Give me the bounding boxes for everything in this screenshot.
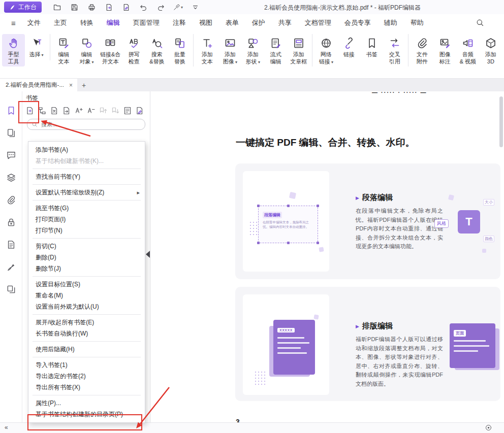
context-menu-item[interactable]: 打印节(N) [28, 225, 145, 236]
image-annotation-button[interactable]: 图像 标注 [433, 34, 456, 66]
hamburger-menu-icon[interactable]: ≡ [6, 19, 21, 27]
format-tool-icon[interactable] [173, 2, 183, 12]
edit-text-button[interactable]: 编辑 文本 [52, 34, 75, 66]
security-panel-button[interactable] [6, 217, 16, 227]
link-button[interactable]: 链接 [337, 34, 360, 60]
ribbon-button-label: 搜索 &替换 [149, 51, 164, 65]
attachments-panel-button[interactable] [6, 195, 16, 205]
menu-item[interactable]: 辅助 [377, 18, 404, 27]
collapse-bookmark-icon[interactable] [86, 106, 96, 115]
context-menu-item[interactable]: 基于结构创建新书签(K)... [28, 155, 145, 166]
panel-collapse-handle[interactable] [146, 251, 150, 258]
context-menu-item[interactable]: 导出所有书签(X) [28, 382, 145, 393]
bookmark-search-input[interactable] [40, 121, 141, 128]
snapshot-panel-button[interactable] [6, 284, 16, 294]
export-file-icon[interactable] [104, 2, 114, 12]
window-title: 2.福昕会员使用指南-演示文档.原始.pdf * - 福昕PDF编辑器 [264, 4, 421, 12]
set-destination-icon[interactable] [62, 106, 71, 115]
context-menu-item[interactable]: 跳至书签(G) [28, 203, 145, 214]
menu-item[interactable]: 编辑 [100, 18, 127, 27]
workspace-button-label: 工作台 [18, 3, 37, 12]
save-as-icon[interactable] [121, 2, 131, 12]
document-page: — ····· · ····· — 一键搞定 PDF 编辑、合并、转换、水印。 … [150, 91, 504, 423]
context-menu-item[interactable]: 使用后隐藏(H) [28, 344, 145, 355]
tab-close-icon[interactable]: × [69, 82, 73, 89]
menu-item[interactable]: 文档管理 [298, 18, 338, 27]
text-line-decoration [454, 340, 486, 342]
view-mode-icon[interactable] [485, 424, 493, 432]
search-icon[interactable] [476, 18, 485, 27]
menu-item[interactable]: 保护 [245, 18, 272, 27]
spell-check-button[interactable]: 拼写 检查 [122, 34, 145, 66]
audio-video-button[interactable]: 音频 & 视频 [456, 34, 479, 66]
context-menu-item[interactable]: 展开/收起所有书签(E) [28, 317, 145, 328]
context-menu-item[interactable]: 添加书签(A) [28, 144, 145, 155]
context-menu-item[interactable]: 设置目标位置(S) [28, 279, 145, 290]
bookmarks-panel-button[interactable] [6, 106, 16, 116]
search-replace-button[interactable]: 搜索 &替换 [145, 34, 168, 66]
vertical-scrollbar-thumb[interactable] [499, 96, 503, 147]
context-menu-item[interactable]: 打印页面(I) [28, 214, 145, 225]
new-tab-button[interactable]: + [77, 79, 90, 91]
menu-item[interactable]: 文件 [21, 18, 47, 27]
articles-panel-button[interactable] [6, 240, 16, 250]
tab-title: 2.福昕会员使用指南-... [6, 81, 64, 89]
undo-icon[interactable] [138, 2, 148, 12]
square-decoration [289, 192, 296, 199]
menu-item[interactable]: 帮助 [404, 18, 430, 27]
comments-panel-button[interactable] [6, 150, 16, 160]
context-menu-item[interactable]: 导入书签(1) [28, 359, 145, 371]
open-file-icon[interactable] [52, 2, 62, 12]
context-menu-item[interactable]: 删除(D) [28, 252, 145, 263]
print-icon[interactable] [86, 2, 97, 12]
expand-bookmark-icon[interactable] [74, 106, 83, 115]
file-attachment-button[interactable]: 文件 附件 [411, 34, 433, 66]
collapse-ribbon-icon[interactable] [190, 2, 200, 12]
add-text-button[interactable]: 添加 文本 [196, 34, 218, 66]
select-tool-button[interactable]: 选择 [25, 34, 50, 60]
context-menu-item[interactable]: 长书签自动换行(W) [28, 328, 145, 339]
bookmark-button[interactable]: 书签 [360, 34, 383, 60]
add-article-box-button[interactable]: 添加 文章框 [287, 34, 312, 66]
toc-page-icon[interactable] [123, 106, 132, 115]
edit-object-button[interactable]: 编辑 对象 [75, 34, 98, 67]
add-3d-button[interactable]: 添加 3D [479, 34, 502, 66]
menu-item[interactable]: 表单 [219, 18, 245, 27]
flow-edit-button[interactable]: 流式 编辑 [264, 34, 287, 66]
menu-item[interactable]: 转换 [74, 18, 100, 27]
pages-panel-button[interactable] [6, 128, 16, 138]
cross-reference-button[interactable]: 交叉 引用 [383, 34, 408, 66]
context-menu-item[interactable]: 导出选定的书签(2) [28, 371, 145, 382]
collapse-panel-icon[interactable]: « [5, 424, 8, 431]
menu-item[interactable]: 会员专享 [338, 18, 377, 27]
context-menu-item[interactable]: 设置当前外观为默认(U) [28, 301, 145, 312]
web-link-button[interactable]: 网络 链接 [314, 34, 337, 67]
workspace-button[interactable]: 工作台 [4, 2, 42, 13]
hand-tool-button[interactable]: 手型 工具 [2, 34, 25, 66]
quick-access-toolbar [52, 2, 200, 12]
document-tab[interactable]: 2.福昕会员使用指南-... × [0, 79, 77, 91]
batch-replace-button[interactable]: 批量 替换 [168, 34, 194, 66]
add-image-button[interactable]: 添加 图像 [218, 34, 241, 67]
link-merge-text-button[interactable]: 链接&合 并文本 [98, 34, 122, 66]
context-menu-item[interactable]: 重命名(M) [28, 290, 145, 301]
context-menu-item[interactable]: 查找当前书签(Y) [28, 171, 145, 182]
delete-bookmark-icon[interactable] [50, 106, 59, 115]
menu-item[interactable]: 主页 [47, 18, 74, 27]
menu-item[interactable]: 页面管理 [127, 18, 166, 27]
layers-panel-button[interactable] [6, 173, 16, 183]
demote-bookmark-icon[interactable] [111, 106, 120, 115]
signature-panel-button[interactable] [6, 262, 16, 272]
context-menu-item[interactable]: 设置默认书签缩放级别(Z) [28, 187, 145, 198]
promote-bookmark-icon[interactable] [99, 106, 108, 115]
menu-item[interactable]: 视图 [193, 18, 219, 27]
bookmark-properties-icon[interactable] [135, 106, 144, 115]
menu-item[interactable]: 注释 [166, 18, 193, 27]
add-shape-button[interactable]: 添加 形状 [241, 34, 264, 67]
redo-icon[interactable] [155, 2, 166, 12]
context-menu-item[interactable]: 属性(P)... [28, 397, 145, 409]
context-menu-item[interactable]: 剪切(C) [28, 241, 145, 252]
context-menu-item[interactable]: 删除节(J) [28, 263, 145, 274]
save-icon[interactable] [69, 2, 79, 12]
menu-item[interactable]: 共享 [272, 18, 298, 27]
